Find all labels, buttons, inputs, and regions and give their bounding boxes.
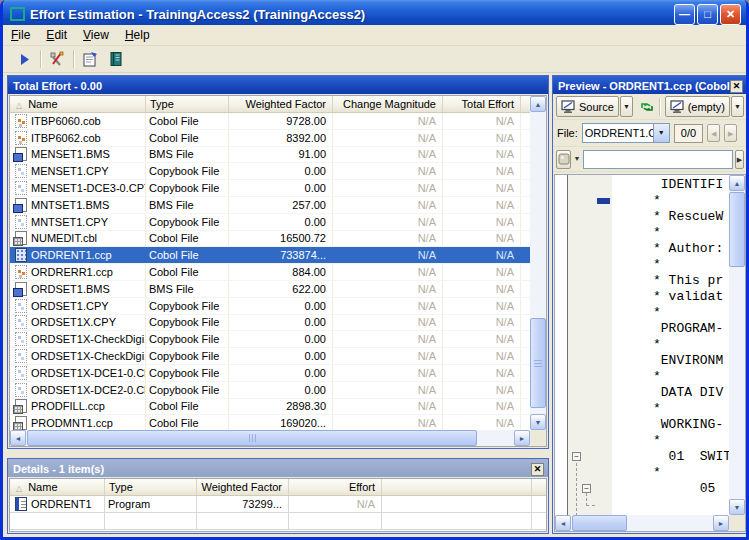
table-row[interactable]: ORDSET1X.CPYCopybook File0.00N/AN/A	[10, 315, 530, 332]
table-row[interactable]: ITBP6060.cobCobol File9728.00N/AN/A	[10, 113, 530, 130]
table-row[interactable]: ORDSET1X-DCE2-0.CPYCopybook File0.00N/AN…	[10, 382, 530, 399]
code-text: *	[614, 465, 729, 481]
search-go-button[interactable]: ▶	[735, 150, 744, 169]
total-effort-cell: N/A	[443, 415, 521, 430]
column-header-weighted-factor[interactable]: Weighted Factor	[229, 96, 333, 112]
scroll-down-button[interactable]: ▼	[530, 414, 546, 430]
scroll-up-button[interactable]: ▲	[530, 96, 546, 112]
table-row[interactable]: ORDSET1X-DCE1-0.CPYCopybook File0.00N/AN…	[10, 365, 530, 382]
table-row[interactable]: ORDSET1.CPYCopybook File0.00N/AN/A	[10, 298, 530, 315]
refresh-button[interactable]	[640, 100, 654, 114]
column-header-name[interactable]: △Name	[10, 96, 146, 112]
table-row[interactable]: MENSET1.CPYCopybook File0.00N/AN/A	[10, 163, 530, 180]
details-close-icon[interactable]: ✕	[531, 463, 544, 476]
scroll-down-button[interactable]: ▼	[729, 499, 745, 515]
file-name-text: PRODMNT1.ccp	[31, 417, 113, 429]
total-effort-vscrollbar[interactable]: ▲ ▼	[530, 96, 546, 430]
code-line	[555, 497, 729, 513]
scroll-up-button[interactable]: ▲	[729, 175, 745, 191]
file-combobox[interactable]: ORDRENT1.CCP ▼	[582, 123, 670, 143]
table-row[interactable]: NUMEDIT.cblCobol File16500.72N/AN/A	[10, 231, 530, 248]
preview-close-icon[interactable]: ✕	[730, 80, 743, 93]
column-header-type[interactable]: Type	[105, 479, 197, 495]
report-button[interactable]	[103, 48, 129, 70]
next-match-button[interactable]: ▶	[724, 124, 737, 142]
close-button[interactable]: ✕	[720, 4, 741, 25]
vscroll-thumb[interactable]	[729, 192, 745, 267]
total-effort-caption-text: Total Effort - 0.00	[13, 80, 102, 92]
source-dropdown-button[interactable]: ▼	[620, 96, 633, 117]
menu-help[interactable]: Help	[117, 26, 158, 44]
context-view-button[interactable]: (empty)	[665, 96, 730, 117]
weighted-factor-cell: 622.00	[229, 281, 333, 297]
total-effort-table: △Name Type Weighted Factor Change Magnit…	[9, 95, 547, 447]
code-view[interactable]: IDENTIFI * * RescueW * * Author: * * Thi…	[555, 175, 729, 515]
table-row[interactable]: ITBP6062.cobCobol File8392.00N/AN/A	[10, 130, 530, 147]
table-row[interactable]: ORDSET1.BMSBMS File622.00N/AN/A	[10, 281, 530, 298]
table-row[interactable]: MNTSET1.BMSBMS File257.00N/AN/A	[10, 197, 530, 214]
weighted-factor-cell: 16500.72	[229, 231, 333, 247]
menu-view[interactable]: View	[75, 26, 117, 44]
scroll-left-button[interactable]: ◄	[555, 515, 571, 531]
fold-collapse-icon[interactable]: −	[582, 484, 591, 493]
fold-collapse-icon[interactable]: −	[572, 452, 581, 461]
table-row[interactable]: MNTSET1.CPYCopybook File0.00N/AN/A	[10, 214, 530, 231]
file-name-text: ORDSET1X-CheckDigi...	[31, 350, 146, 362]
scroll-right-button[interactable]: ►	[514, 430, 530, 446]
column-header-change-magnitude[interactable]: Change Magnitude	[333, 96, 443, 112]
code-text: *	[614, 337, 729, 353]
column-header-type[interactable]: Type	[146, 96, 229, 112]
search-input[interactable]	[583, 150, 733, 169]
empty-cell	[10, 513, 105, 529]
maximize-button[interactable]: □	[697, 4, 718, 25]
table-row[interactable]: ORDSET1X-CheckDigi...Copybook File0.00N/…	[10, 331, 530, 348]
change-magnitude-cell: N/A	[333, 197, 443, 213]
code-line: PROGRAM-	[555, 321, 729, 337]
effort-options-button[interactable]	[44, 48, 70, 70]
table-row[interactable]: MENSET1-DCE3-0.CPYCopybook File0.00N/AN/…	[10, 180, 530, 197]
vscroll-thumb[interactable]	[530, 318, 546, 408]
source-view-button[interactable]: Source	[556, 96, 619, 117]
change-magnitude-cell: N/A	[333, 348, 443, 364]
column-header-total-effort[interactable]: Total Effort	[443, 96, 521, 112]
column-header-name[interactable]: △Name	[10, 479, 105, 495]
code-text: *	[614, 369, 729, 385]
column-header-weighted-factor[interactable]: Weighted Factor	[197, 479, 289, 495]
run-estimation-button[interactable]	[11, 48, 37, 70]
weighted-factor-cell: 0.00	[229, 163, 333, 179]
table-row[interactable]: ORDSET1X-CheckDigi...Copybook File0.00N/…	[10, 348, 530, 365]
total-effort-hscrollbar[interactable]: ◄ ►	[10, 430, 530, 446]
previous-match-button[interactable]: ◀	[707, 124, 720, 142]
code-line: *	[555, 193, 729, 209]
menu-edit[interactable]: Edit	[38, 26, 75, 44]
table-row[interactable]: ORDRERR1.ccpCobol File884.00N/AN/A	[10, 264, 530, 281]
file-name-text: MNTSET1.CPY	[31, 216, 108, 228]
hscroll-thumb[interactable]	[27, 430, 477, 446]
empty-cell	[382, 513, 532, 529]
search-mode-button[interactable]	[556, 150, 571, 169]
scroll-right-button[interactable]: ►	[713, 515, 729, 531]
table-row[interactable]: PRODMNT1.ccpCobol File169020...N/AN/A	[10, 415, 530, 430]
empty-cell	[197, 513, 289, 529]
code-line: IDENTIFI	[555, 177, 729, 193]
details-row[interactable]: ORDRENT1Program73299...N/A	[10, 496, 546, 513]
copybook-file-icon	[15, 349, 27, 363]
properties-button[interactable]	[77, 48, 103, 70]
column-header-effort[interactable]: Effort	[289, 479, 382, 495]
code-hscrollbar[interactable]: ◄ ►	[555, 515, 729, 531]
table-row[interactable]: ORDRENT1.ccpCobol File733874...N/AN/A	[10, 247, 530, 264]
context-dropdown-button[interactable]: ▼	[731, 96, 744, 117]
table-row[interactable]: MENSET1.BMSBMS File91.00N/AN/A	[10, 147, 530, 164]
file-type-cell: Cobol File	[146, 231, 229, 247]
table-row[interactable]: PRODFILL.ccpCobol File2898.30N/AN/A	[10, 399, 530, 416]
code-vscrollbar[interactable]: ▲ ▼	[729, 175, 745, 515]
minimize-button[interactable]: —	[674, 4, 695, 25]
menu-file[interactable]: File	[3, 26, 38, 44]
code-line: *	[555, 433, 729, 449]
total-effort-cell: N/A	[443, 382, 521, 398]
file-combobox-dropdown-icon[interactable]: ▼	[653, 124, 669, 142]
search-mode-dropdown-icon[interactable]: ▼	[573, 150, 581, 169]
hscroll-thumb[interactable]	[572, 515, 627, 531]
file-name-text: ORDSET1X.CPY	[31, 316, 116, 328]
scroll-left-button[interactable]: ◄	[10, 430, 26, 446]
